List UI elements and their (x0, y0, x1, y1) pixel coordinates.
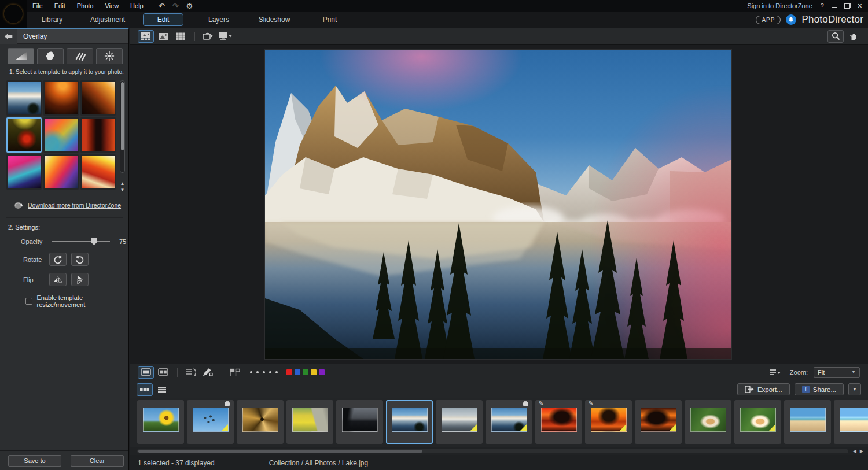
rotate-clockwise-button[interactable] (49, 253, 67, 266)
viewer-and-browser-mode-button[interactable] (138, 30, 154, 43)
rating-dot-icon[interactable] (275, 371, 278, 373)
resize-checkbox[interactable] (25, 298, 32, 305)
close-icon[interactable]: × (858, 3, 862, 9)
label-purple-icon[interactable] (319, 369, 325, 375)
share-dropdown-button[interactable]: ▼ (848, 383, 861, 395)
download-directorzone-link[interactable]: Download more from DirectorZone (28, 202, 121, 209)
rating-dot-icon[interactable] (263, 371, 265, 373)
hscroll-track[interactable] (137, 449, 848, 453)
template-magenta-cyan[interactable] (6, 154, 42, 190)
compare-view-button[interactable] (155, 366, 171, 379)
thumbnail-birds[interactable] (187, 400, 234, 444)
scroll-right-icon[interactable]: ▶ (860, 449, 863, 454)
restore-icon[interactable] (844, 3, 851, 9)
share-button[interactable]: f Share... (795, 383, 844, 395)
filmstrip-mode-button[interactable] (137, 383, 153, 396)
thumbnail-lakefaded[interactable] (436, 400, 483, 444)
photo-thumbnail-image (342, 408, 378, 432)
scroll-left-icon[interactable]: ◀ (853, 449, 856, 454)
menu-help[interactable]: Help (130, 2, 144, 9)
scrollbar-track[interactable] (120, 80, 125, 173)
template-orange-glow[interactable] (43, 80, 79, 116)
history-stack-button[interactable] (182, 366, 198, 379)
scroll-down-icon[interactable]: ▼ (119, 187, 126, 193)
label-blue-icon[interactable] (295, 369, 300, 375)
flip-horizontal-button[interactable] (49, 273, 67, 286)
hscroll-thumb[interactable] (138, 450, 422, 453)
thumbnail-lake[interactable] (386, 400, 433, 444)
swap-orientation-button[interactable] (200, 30, 216, 43)
zoom-tool-button[interactable] (827, 30, 844, 43)
thumbnail-sunsetorange[interactable]: ✎ (585, 400, 632, 444)
filmstrip-scrollbar: ◀ ▶ (130, 447, 868, 455)
thumbnail-spiral[interactable] (237, 400, 284, 444)
tab-grunge-overlay[interactable] (37, 48, 64, 64)
label-red-icon[interactable] (286, 369, 292, 375)
aperture-logo-icon (4, 5, 23, 23)
menu-photo[interactable]: Photo (77, 2, 94, 9)
rating-dot-icon[interactable] (269, 371, 271, 373)
photo-toolbar: Zoom: Fit ▼ (130, 364, 868, 380)
label-yellow-icon[interactable] (311, 369, 317, 375)
menu-view[interactable]: View (105, 2, 119, 9)
tab-print[interactable]: Print (302, 13, 358, 27)
opacity-slider[interactable] (52, 238, 110, 246)
tab-layers[interactable]: Layers (191, 13, 247, 27)
thumbnail-lake2[interactable] (486, 400, 532, 444)
template-rainbow-blur[interactable] (43, 154, 79, 190)
help-icon[interactable]: ? (819, 2, 825, 9)
undo-icon[interactable]: ↶ (159, 2, 165, 10)
thumbnail-cat1[interactable] (685, 400, 731, 444)
back-arrow-icon[interactable] (0, 29, 17, 44)
thumbnail-sunflower[interactable] (137, 400, 184, 444)
redo-icon[interactable]: ↷ (172, 2, 179, 10)
rating-dot-icon[interactable] (250, 371, 252, 373)
thumbnail-beach1[interactable] (784, 400, 831, 444)
menu-edit[interactable]: Edit (54, 2, 65, 9)
notification-bell-icon[interactable] (786, 14, 796, 25)
flip-vertical-button[interactable] (71, 273, 89, 286)
scrollbar-thumb[interactable] (121, 82, 124, 150)
thumbnail-sunsetred[interactable]: ✎ (535, 400, 582, 444)
thumbnail-church[interactable] (336, 400, 383, 444)
pan-hand-tool-button[interactable] (845, 30, 861, 43)
save-to-button[interactable]: Save to (8, 455, 61, 467)
template-red-bands[interactable] (80, 117, 116, 153)
tab-library[interactable]: Library (24, 13, 80, 27)
clear-button[interactable]: Clear (71, 455, 124, 467)
scroll-up-icon[interactable]: ▲ (119, 181, 126, 186)
minimize-icon[interactable] (832, 3, 837, 8)
secondary-monitor-button[interactable] (217, 30, 233, 43)
tab-adjustment[interactable]: Adjustment (80, 13, 135, 27)
tab-lightleak-overlay[interactable] (96, 48, 123, 64)
thumbnail-sunsetdark[interactable] (635, 400, 682, 444)
edit-pen-button[interactable] (200, 366, 216, 379)
rating-dot-icon[interactable] (256, 371, 259, 373)
template-amber-diagonal[interactable] (80, 80, 116, 116)
slider-thumb[interactable] (91, 238, 97, 245)
rotate-counterclockwise-button[interactable] (71, 253, 89, 266)
template-rainbow-mix[interactable] (43, 117, 79, 153)
tab-edit[interactable]: Edit (135, 13, 191, 27)
tab-gradient-overlay[interactable] (8, 48, 34, 64)
zoom-dropdown[interactable]: Fit ▼ (814, 367, 860, 378)
viewer-only-mode-button[interactable] (155, 30, 171, 43)
tab-scratch-overlay[interactable] (67, 48, 93, 64)
single-view-button[interactable] (138, 366, 154, 379)
template-original-photo[interactable] (6, 80, 42, 116)
signin-directorzone-link[interactable]: Sign in to DirectorZone (747, 2, 812, 9)
thumbnail-beach2[interactable] (834, 400, 868, 444)
template-white-red-streak[interactable] (80, 154, 116, 190)
tab-slideshow[interactable]: Slideshow (247, 13, 302, 27)
export-button[interactable]: Export... (737, 383, 790, 395)
sort-list-button[interactable] (767, 366, 783, 379)
list-mode-button[interactable] (154, 383, 170, 396)
browser-only-mode-button[interactable] (172, 30, 189, 43)
thumbnail-cat2[interactable] (734, 400, 781, 444)
flag-picks-button[interactable] (227, 366, 243, 379)
settings-gear-icon[interactable]: ⚙ (186, 2, 193, 10)
thumbnail-bicycle[interactable] (286, 400, 333, 444)
label-green-icon[interactable] (303, 369, 308, 375)
menu-file[interactable]: File (32, 2, 43, 9)
template-green-red-leak[interactable] (6, 117, 42, 153)
